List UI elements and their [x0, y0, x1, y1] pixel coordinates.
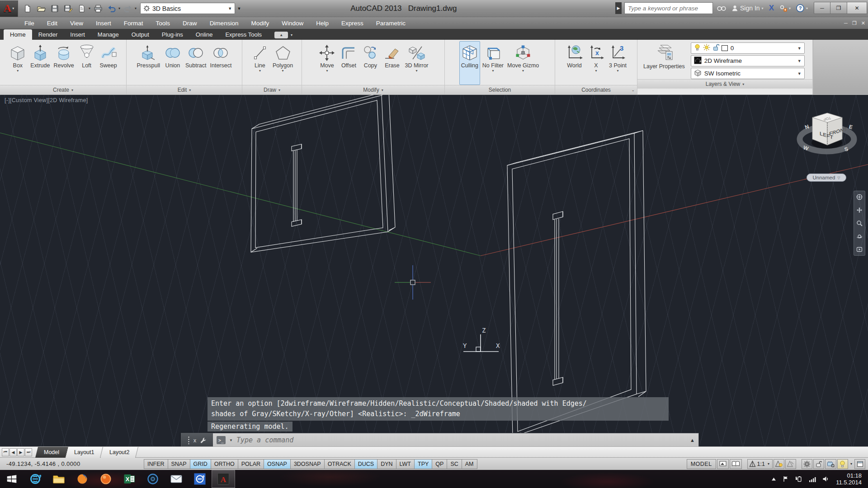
ribbon-button-move-gizmo[interactable]: Move Gizmo▾ [506, 41, 540, 85]
navigation-wheel-icon[interactable] [855, 192, 864, 202]
help-button[interactable]: ? ▾ [795, 3, 809, 13]
wrench-icon[interactable] [200, 437, 207, 444]
viewport-controls-label[interactable]: [-][Custom View][2D Wireframe] [5, 97, 88, 103]
ribbon-button-no-filter[interactable]: No Filter▾ [481, 41, 505, 85]
taskbar-ie-icon[interactable] [24, 470, 47, 488]
qat-customize-button[interactable]: ▼ [235, 3, 243, 14]
prev-tab-button[interactable]: ◀ [9, 448, 17, 456]
zoom-icon[interactable] [855, 219, 864, 228]
taskbar-excel-icon[interactable]: X [118, 470, 141, 488]
toggle-ducs[interactable]: DUCS [354, 459, 377, 469]
doc-close-button[interactable]: ✕ [861, 20, 865, 26]
ribbon-button-sweep[interactable]: Sweep [98, 41, 119, 85]
toggle-3dosnap[interactable]: 3DOSNAP [290, 459, 324, 469]
ribbon-button-polygon[interactable]: Polygon▾ [271, 41, 294, 85]
annotation-visibility-button[interactable] [774, 459, 784, 469]
panel-title-selection[interactable]: Selection [445, 85, 555, 94]
taskbar-media-player-icon[interactable] [141, 470, 165, 488]
qat-saveas-button[interactable] [62, 3, 74, 14]
qat-new-button[interactable] [22, 3, 33, 14]
application-menu-button[interactable]: A ▾ [0, 0, 18, 17]
taskbar-clock[interactable]: 01:18 11.5.2014 [836, 472, 863, 486]
minimize-button[interactable]: ─ [814, 2, 830, 14]
menu-dimension[interactable]: Dimension [203, 18, 245, 28]
menu-draw[interactable]: Draw [176, 18, 203, 28]
panel-title-draw[interactable]: Draw▾ [242, 85, 302, 94]
tab-model[interactable]: Model [35, 447, 68, 458]
menu-parametric[interactable]: Parametric [370, 18, 412, 28]
toggle-sc[interactable]: SC [447, 459, 461, 469]
chevron-down-icon[interactable]: ▾ [135, 6, 137, 10]
panel-title-create[interactable]: Create▾ [0, 85, 126, 94]
visual-style-dropdown[interactable]: 2D Wireframe▼ [691, 55, 805, 66]
menu-tools[interactable]: Tools [150, 18, 177, 28]
search-input[interactable] [624, 2, 713, 14]
ribbon-button-3d-mirror[interactable]: 3D Mirror▾ [403, 41, 429, 85]
menu-modify[interactable]: Modify [245, 18, 275, 28]
action-center-flag-icon[interactable] [783, 476, 789, 482]
qat-redo-button[interactable] [122, 3, 134, 14]
status-menu-caret[interactable]: ▾ [849, 462, 854, 466]
restore-button[interactable]: ❐ [830, 2, 847, 14]
taskbar-autocad-icon[interactable]: A [212, 470, 235, 488]
ribbon-button-box[interactable]: Box▾ [7, 41, 28, 85]
toggle-polar[interactable]: POLAR [238, 459, 264, 469]
panel-title-layers-view[interactable]: Layers & View▾ [637, 79, 812, 89]
menu-window[interactable]: Window [275, 18, 310, 28]
doc-minimize-button[interactable]: ─ [844, 20, 848, 26]
ribbon-minimize-button[interactable]: ▲ [274, 32, 288, 38]
ribbon-tab-home[interactable]: Home [4, 29, 32, 40]
command-input[interactable]: >_ ▼ Type a command ▲ [213, 433, 698, 446]
qat-undo-button[interactable] [106, 3, 118, 14]
ribbon-tab-express-tools[interactable]: Express Tools [219, 29, 268, 40]
taskbar-ie-metro-icon[interactable] [188, 470, 212, 488]
panel-title-coordinates[interactable]: Coordinates⌄ [555, 85, 637, 94]
toggle-qp[interactable]: QP [432, 459, 447, 469]
tab-layout2[interactable]: Layout2 [101, 447, 138, 458]
doc-restore-button[interactable]: ❐ [852, 20, 857, 26]
right-door-wireframe[interactable] [507, 131, 646, 437]
ribbon-button-3-point[interactable]: 33 Point▾ [608, 41, 628, 85]
toggle-infer[interactable]: INFER [144, 459, 168, 469]
ribbon-tab-online[interactable]: Online [189, 29, 219, 40]
toggle-otrack[interactable]: OTRACK [324, 459, 354, 469]
workspace-selector[interactable]: 3D Basics ▼ [140, 3, 235, 14]
toggle-tpy[interactable]: TPY [414, 459, 432, 469]
pan-icon[interactable] [855, 206, 864, 215]
ribbon-button-presspull[interactable]: Presspull [136, 41, 161, 85]
showmotion-icon[interactable] [855, 245, 864, 254]
taskbar-start-icon[interactable] [0, 470, 24, 488]
exchange-download-button[interactable]: ▾ [778, 4, 792, 13]
ribbon-tab-insert[interactable]: Insert [64, 29, 91, 40]
menu-edit[interactable]: Edit [41, 18, 64, 28]
first-tab-button[interactable]: ⏮ [2, 448, 9, 456]
ribbon-button-loft[interactable]: Loft [76, 41, 97, 85]
workspace-switching-button[interactable] [802, 459, 812, 469]
layer-color-swatch[interactable] [722, 45, 728, 51]
network-signal-icon[interactable] [809, 476, 816, 482]
ribbon-minimize-options-caret[interactable]: ▾ [291, 33, 292, 37]
model-viewport[interactable]: Z Y X [-][Custom View][2D Wireframe] N W [0, 95, 868, 446]
panel-title-edit[interactable]: Edit▾ [127, 85, 242, 94]
ribbon-button-revolve[interactable]: Revolve [52, 41, 75, 85]
chevron-down-icon[interactable]: ▾ [89, 6, 90, 10]
infocenter-collapse-arrow[interactable]: ▶ [615, 2, 622, 14]
viewcube-view-name-button[interactable]: Unnamed ▽ [807, 174, 846, 182]
qat-print-button[interactable] [92, 3, 104, 14]
menu-insert[interactable]: Insert [90, 18, 118, 28]
annotation-autoscale-button[interactable] [785, 459, 796, 469]
toggle-ortho[interactable]: ORTHO [211, 459, 238, 469]
taskbar-explorer-icon[interactable] [47, 470, 71, 488]
ribbon-button-offset[interactable]: Offset [338, 41, 359, 85]
toggle-lwt[interactable]: LWT [396, 459, 414, 469]
ribbon-tab-render[interactable]: Render [32, 29, 64, 40]
ribbon-button-erase[interactable]: Erase [382, 41, 402, 85]
toolbar-lock-button[interactable] [813, 459, 824, 469]
close-icon[interactable]: x [193, 437, 197, 444]
layer-dropdown[interactable]: 0▼ [691, 42, 805, 54]
toggle-snap[interactable]: SNAP [168, 459, 190, 469]
menu-view[interactable]: View [64, 18, 90, 28]
orbit-icon[interactable] [855, 232, 864, 241]
ribbon-button-copy[interactable]: Copy [360, 41, 381, 85]
ribbon-button-world[interactable]: World [564, 41, 585, 85]
